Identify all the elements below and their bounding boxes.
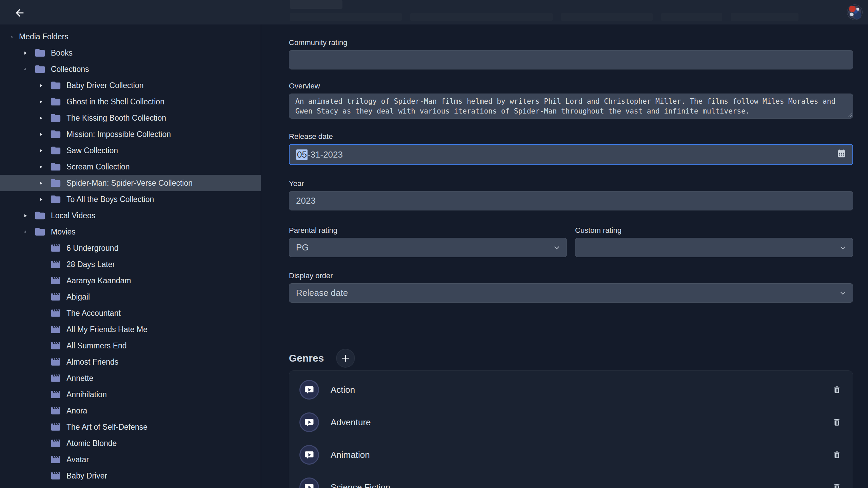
genre-list-item[interactable]: Science Fiction xyxy=(299,471,841,488)
chevron-down-icon xyxy=(839,243,847,252)
movie-icon xyxy=(50,486,62,488)
expander-arrow-icon[interactable] xyxy=(20,50,30,56)
ghost-scrolled-text xyxy=(661,13,722,21)
tree-item[interactable]: Mission: Impossible Collection xyxy=(0,126,261,142)
display-order-label: Display order xyxy=(289,271,853,280)
community-rating-label: Community rating xyxy=(289,38,853,47)
community-rating-input[interactable] xyxy=(289,50,853,69)
tree-item-label: 28 Days Later xyxy=(66,260,115,269)
tree-item[interactable]: Annette xyxy=(0,370,261,386)
tree-item[interactable]: Saw Collection xyxy=(0,142,261,159)
tree-item[interactable]: The Art of Self-Defense xyxy=(0,419,261,435)
genres-list: Action Adventure xyxy=(289,370,853,488)
tree-item[interactable]: Aaranya Kaandam xyxy=(0,272,261,289)
tree-item[interactable]: 6 Underground xyxy=(0,240,261,256)
release-date-label: Release date xyxy=(289,132,853,141)
tree-item-label: The Art of Self-Defense xyxy=(66,423,147,432)
tree-item[interactable]: Collections xyxy=(0,61,261,77)
delete-genre-button[interactable] xyxy=(832,385,841,395)
trash-icon xyxy=(832,450,841,460)
tree-item[interactable]: Avatar xyxy=(0,451,261,468)
tree-item-label: Scream Collection xyxy=(66,162,130,171)
genre-avatar xyxy=(299,477,319,488)
custom-rating-field: Custom rating xyxy=(575,226,853,257)
genre-list-item[interactable]: Animation xyxy=(299,439,841,471)
tree-item[interactable]: Babyteeth xyxy=(0,484,261,488)
tree-item[interactable]: Scream Collection xyxy=(0,159,261,175)
tree-item[interactable]: Annihilation xyxy=(0,386,261,403)
tree-item[interactable]: Baby Driver xyxy=(0,468,261,484)
tree-item[interactable]: Spider-Man: Spider-Verse Collection xyxy=(0,175,261,191)
expander-arrow-icon[interactable] xyxy=(36,197,45,202)
genre-list-item[interactable]: Action xyxy=(299,373,841,406)
tree-item[interactable]: All My Friends Hate Me xyxy=(0,321,261,338)
selected-date-segment: 05 xyxy=(296,149,308,160)
tree-item[interactable]: The Kissing Booth Collection xyxy=(0,110,261,126)
expander-arrow-icon[interactable] xyxy=(36,164,45,169)
tree-item[interactable]: Local Videos xyxy=(0,207,261,224)
tree-item[interactable]: Ghost in the Shell Collection xyxy=(0,94,261,110)
tree-item[interactable]: Almost Friends xyxy=(0,354,261,370)
video-genre-icon xyxy=(304,417,314,427)
delete-genre-button[interactable] xyxy=(832,417,841,427)
expander-arrow-icon[interactable] xyxy=(20,67,30,72)
tree-item[interactable]: 28 Days Later xyxy=(0,256,261,272)
tree-item-label: Annette xyxy=(66,374,93,383)
parental-rating-select[interactable]: PG xyxy=(289,238,567,257)
calendar-icon[interactable] xyxy=(837,148,846,161)
tree-item-label: Movies xyxy=(51,227,76,237)
custom-rating-select[interactable] xyxy=(575,238,853,257)
metadata-edit-form: Community rating Overview An animated tr… xyxy=(261,24,868,488)
tree-item[interactable]: Abigail xyxy=(0,289,261,305)
folder-icon xyxy=(34,226,46,238)
tree-item-label: Avatar xyxy=(66,455,89,464)
tree-item[interactable]: All Summers End xyxy=(0,338,261,354)
tree-item-label: Collections xyxy=(51,65,89,74)
year-input[interactable]: 2023 xyxy=(289,191,853,210)
tree-item[interactable]: Media Folders xyxy=(0,28,261,45)
tree-item[interactable]: The Accountant xyxy=(0,305,261,321)
expander-arrow-icon[interactable] xyxy=(7,35,16,39)
display-order-select[interactable]: Release date xyxy=(289,283,853,303)
movie-icon xyxy=(50,242,62,254)
genre-avatar xyxy=(299,412,319,432)
folder-icon xyxy=(50,96,62,108)
tree-item[interactable]: Atomic Blonde xyxy=(0,435,261,451)
plus-icon xyxy=(340,353,351,363)
tree-item[interactable]: Books xyxy=(0,45,261,61)
tree-item-label: Mission: Impossible Collection xyxy=(66,130,171,139)
folder-icon xyxy=(50,79,62,92)
expander-arrow-icon[interactable] xyxy=(36,148,45,153)
delete-genre-button[interactable] xyxy=(832,482,841,488)
video-genre-icon xyxy=(304,450,314,460)
resize-grip-icon[interactable] xyxy=(848,113,852,117)
media-folders-sidebar: Media Folders Books Collections xyxy=(0,24,261,488)
expander-arrow-icon[interactable] xyxy=(36,181,45,186)
tree-item[interactable]: Movies xyxy=(0,224,261,240)
tree-item[interactable]: To All the Boys Collection xyxy=(0,191,261,207)
expander-arrow-icon[interactable] xyxy=(36,83,45,88)
tree-item[interactable]: Baby Driver Collection xyxy=(0,77,261,94)
overview-textarea[interactable]: An animated trilogy of Spider-Man films … xyxy=(289,94,853,119)
tree-item-label: Aaranya Kaandam xyxy=(66,276,131,285)
expander-arrow-icon[interactable] xyxy=(20,213,30,218)
expander-arrow-icon[interactable] xyxy=(36,99,45,104)
tree-item[interactable]: Anora xyxy=(0,403,261,419)
genre-label: Adventure xyxy=(331,417,371,428)
genre-list-item[interactable]: Adventure xyxy=(299,406,841,439)
release-date-input[interactable]: 05-31-2023 xyxy=(289,144,853,165)
expander-arrow-icon[interactable] xyxy=(36,116,45,121)
delete-genre-button[interactable] xyxy=(832,450,841,460)
back-button[interactable] xyxy=(12,5,27,20)
expander-arrow-icon[interactable] xyxy=(20,230,30,234)
add-genre-button[interactable] xyxy=(336,349,355,368)
expander-arrow-icon[interactable] xyxy=(36,132,45,137)
user-avatar-button[interactable] xyxy=(847,4,863,20)
folder-tree: Media Folders Books Collections xyxy=(0,28,261,488)
movie-icon xyxy=(50,356,62,368)
genre-avatar xyxy=(299,445,319,465)
ghost-scrolled-text xyxy=(731,13,798,21)
release-date-field: Release date 05-31-2023 xyxy=(289,132,853,165)
ghost-scrolled-text xyxy=(561,13,653,21)
chevron-down-icon xyxy=(552,243,561,252)
